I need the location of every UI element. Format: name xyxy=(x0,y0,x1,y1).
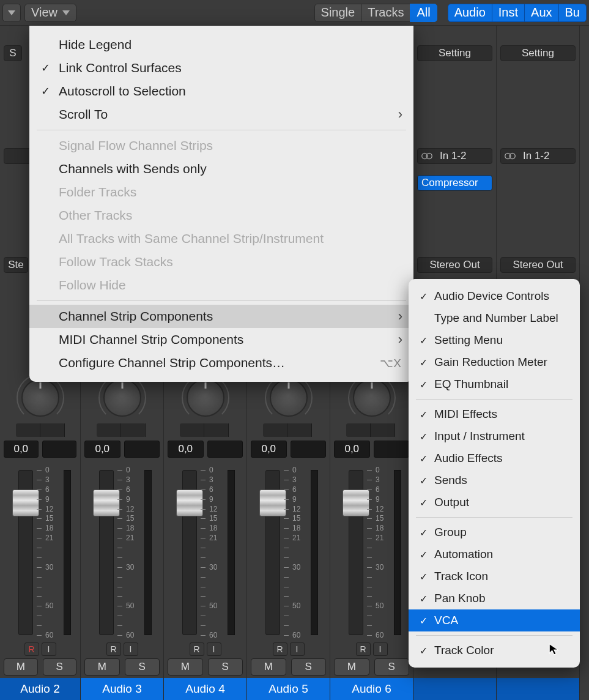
mute-button[interactable]: M xyxy=(4,658,38,676)
track-name[interactable]: Audio 4 xyxy=(164,678,246,700)
pan-knob[interactable] xyxy=(21,379,59,417)
stereo-icon xyxy=(502,150,518,162)
submenu-item[interactable]: ✓Pan Knob xyxy=(409,587,580,609)
seg-inst[interactable]: Inst xyxy=(492,4,525,22)
submenu-item[interactable]: ✓Setting Menu xyxy=(409,329,580,351)
submenu-item[interactable]: ✓MIDI Effects xyxy=(409,403,580,425)
seg-single[interactable]: Single xyxy=(314,4,362,22)
menu-item-channel-strip-components[interactable]: Channel Strip Components› xyxy=(29,305,413,328)
menu-item-scroll-to[interactable]: Scroll To› xyxy=(29,103,413,126)
track-name[interactable]: Audio 6 xyxy=(330,678,413,700)
setting-slot[interactable]: S xyxy=(4,45,22,61)
menu-item-other-tracks: Other Tracks xyxy=(29,204,413,227)
pan-knob[interactable] xyxy=(353,379,391,417)
solo-button[interactable]: S xyxy=(43,658,77,676)
input-monitor-button[interactable]: I xyxy=(290,642,305,656)
menu-item-hide-legend[interactable]: Hide Legend xyxy=(29,33,413,56)
solo-button[interactable]: S xyxy=(208,658,243,676)
mixer-toolbar: View Single Tracks All Audio Inst Aux Bu xyxy=(0,0,589,26)
track-name[interactable]: Audio 3 xyxy=(81,678,163,700)
input-slot[interactable]: In 1-2 xyxy=(417,148,492,164)
track-name[interactable] xyxy=(497,678,579,700)
record-button[interactable]: R xyxy=(190,642,204,656)
seg-tracks[interactable]: Tracks xyxy=(361,4,410,22)
output-slot[interactable]: Ste xyxy=(4,257,28,273)
channel-strip-components-submenu: ✓Audio Device Controls Type and Number L… xyxy=(409,279,580,668)
setting-slot[interactable]: Setting xyxy=(417,45,492,61)
menu-item-follow-hide: Follow Hide xyxy=(29,274,413,297)
record-button[interactable]: R xyxy=(273,642,287,656)
input-monitor-button[interactable]: I xyxy=(124,642,138,656)
audio-fx-slot[interactable]: Compressor xyxy=(417,175,492,191)
check-icon: ✓ xyxy=(417,291,429,302)
check-icon: ✓ xyxy=(39,84,51,98)
input-slot[interactable]: In 1-2 xyxy=(500,148,576,164)
check-icon: ✓ xyxy=(417,475,429,486)
menu-item-signal-flow: Signal Flow Channel Strips xyxy=(29,134,413,157)
record-button[interactable]: R xyxy=(24,642,39,656)
submenu-item[interactable]: ✓Automation xyxy=(409,543,580,565)
input-monitor-button[interactable]: I xyxy=(42,642,56,656)
seg-audio[interactable]: Audio xyxy=(448,4,492,22)
solo-button[interactable]: S xyxy=(125,658,160,676)
mute-button[interactable]: M xyxy=(84,658,120,676)
pan-value[interactable]: 0,0 xyxy=(4,441,39,458)
output-slot[interactable]: Stereo Out xyxy=(417,257,492,273)
menu-item-autoscroll[interactable]: ✓Autoscroll to Selection xyxy=(29,80,413,103)
pan-value[interactable]: 0,0 xyxy=(84,441,120,458)
submenu-item[interactable]: ✓EQ Thumbnail xyxy=(409,373,580,395)
pan-value[interactable]: 0,0 xyxy=(168,441,204,458)
fader-area: 036912151821305060 xyxy=(0,465,80,640)
menu-item-link-control-surfaces[interactable]: ✓Link Control Surfaces xyxy=(29,56,413,80)
check-icon: ✓ xyxy=(417,549,429,560)
submenu-item-vca[interactable]: ✓VCA xyxy=(409,609,580,631)
pan-value[interactable]: 0,0 xyxy=(251,441,287,458)
seg-aux[interactable]: Aux xyxy=(524,4,558,22)
track-name[interactable]: Audio 2 xyxy=(0,678,80,700)
chevron-down-icon xyxy=(8,10,15,15)
solo-button[interactable]: S xyxy=(291,658,327,676)
input-monitor-button[interactable]: I xyxy=(207,642,221,656)
toolbar-dropdown[interactable] xyxy=(2,4,21,22)
menu-item-configure-components[interactable]: Configure Channel Strip Components…⌥X xyxy=(29,351,413,374)
check-icon: ✓ xyxy=(417,379,429,390)
record-button[interactable]: R xyxy=(356,642,371,656)
mute-button[interactable]: M xyxy=(168,658,203,676)
solo-button[interactable]: S xyxy=(374,658,410,676)
view-menu-button[interactable]: View xyxy=(24,4,76,22)
input-monitor-button[interactable]: I xyxy=(373,642,388,656)
menu-item-midi-strip-components[interactable]: MIDI Channel Strip Components› xyxy=(29,328,413,351)
submenu-item[interactable]: ✓Sends xyxy=(409,469,580,491)
submenu-item[interactable]: ✓Audio Effects xyxy=(409,447,580,469)
submenu-item[interactable]: Type and Number Label xyxy=(409,307,580,329)
pan-knob[interactable] xyxy=(103,379,141,417)
submenu-item[interactable]: ✓Gain Reduction Meter xyxy=(409,351,580,373)
track-name[interactable]: Audio 5 xyxy=(247,678,330,700)
pan-knob-area xyxy=(0,379,80,417)
track-name[interactable] xyxy=(413,678,496,700)
submenu-item[interactable]: ✓Output xyxy=(409,491,580,513)
submenu-item[interactable]: ✓Group xyxy=(409,521,580,543)
chevron-right-icon: › xyxy=(398,106,402,122)
submenu-item[interactable]: ✓Track Icon xyxy=(409,565,580,587)
pan-knob[interactable] xyxy=(187,379,224,417)
view-menu-dropdown: Hide Legend ✓Link Control Surfaces ✓Auto… xyxy=(29,26,413,382)
seg-bus[interactable]: Bu xyxy=(558,4,587,22)
check-icon: ✓ xyxy=(417,527,429,538)
submenu-item[interactable]: ✓Input / Instrument xyxy=(409,425,580,447)
pan-knob[interactable] xyxy=(270,379,308,417)
record-button[interactable]: R xyxy=(106,642,121,656)
check-icon: ✓ xyxy=(417,497,429,508)
submenu-item[interactable]: ✓Audio Device Controls xyxy=(409,285,580,307)
check-icon: ✓ xyxy=(417,593,429,605)
pan-value[interactable]: 0,0 xyxy=(334,441,370,458)
setting-slot[interactable]: Setting xyxy=(500,45,576,61)
mute-button[interactable]: M xyxy=(251,658,286,676)
fader-cap[interactable] xyxy=(12,490,39,516)
menu-separator xyxy=(37,130,406,130)
submenu-item[interactable]: ✓Track Color xyxy=(409,639,580,661)
seg-all[interactable]: All xyxy=(410,4,437,22)
menu-item-sends-only[interactable]: Channels with Sends only xyxy=(29,157,413,181)
mute-button[interactable]: M xyxy=(334,658,369,676)
output-slot[interactable]: Stereo Out xyxy=(500,257,576,273)
